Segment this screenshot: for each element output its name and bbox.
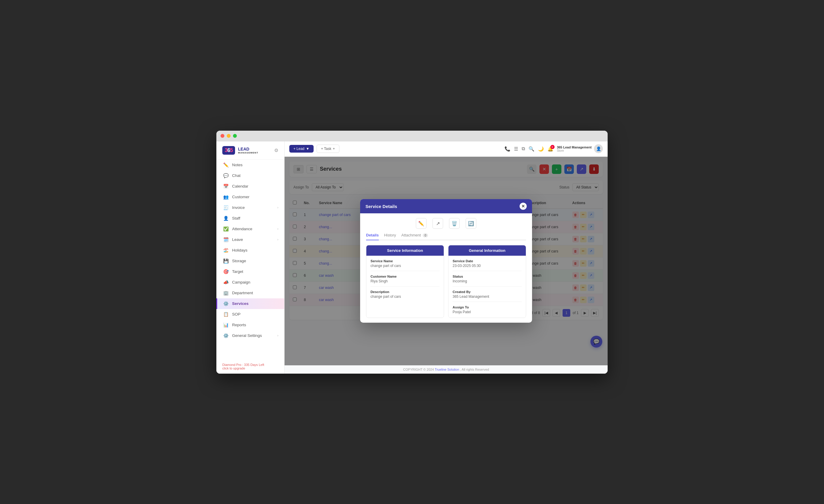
close-btn[interactable] xyxy=(220,134,224,138)
footer-link[interactable]: Trueline Solution xyxy=(435,368,459,371)
upgrade-subtext: click to upgrade xyxy=(222,367,278,370)
sidebar-items: ✏️ Notes 💬 Chat 📅 Calendar 👥 Customer 🧾 xyxy=(216,160,284,341)
minimize-btn[interactable] xyxy=(227,134,231,138)
chevron-icon: › xyxy=(278,238,278,241)
sidebar-item-label: Department xyxy=(232,291,253,295)
status-field: Status Incoming xyxy=(452,275,522,286)
sidebar-item-calendar[interactable]: 📅 Calendar xyxy=(216,181,284,192)
lead-button[interactable]: + Lead ▼ xyxy=(289,145,314,153)
general-info-header: General Information xyxy=(448,245,526,256)
search-icon[interactable]: 🔍 xyxy=(528,146,534,152)
page-content: ⊞ ☰ Services 🔍 ✕ + 📅 ↗ ⬇ Assign To All A… xyxy=(285,157,608,365)
modal-info-grid: Service Information Service Name change … xyxy=(366,245,526,318)
modal-header: Service Details ✕ xyxy=(360,199,532,213)
sidebar-item-label: Reports xyxy=(232,323,246,327)
sidebar-item-reports[interactable]: 📊 Reports xyxy=(216,320,284,330)
sidebar-item-customer[interactable]: 👥 Customer xyxy=(216,192,284,203)
sidebar-item-invoice[interactable]: 🧾 Invoice › xyxy=(216,203,284,213)
general-info-body: Service Date 23-03-2025 05:30 Status Inc… xyxy=(448,256,526,318)
modal-edit-btn[interactable]: ✏️ xyxy=(416,218,426,229)
task-button[interactable]: + Task + xyxy=(317,145,339,153)
footer: COPYRIGHT © 2024 Trueline Solution , All… xyxy=(285,365,608,374)
sidebar-item-leave[interactable]: 🗓️ Leave › xyxy=(216,234,284,245)
app-layout: 365 LEAD MANAGEMENT ⚙ ✏️ Notes 💬 Chat xyxy=(216,141,608,374)
sidebar-item-label: General Settings xyxy=(232,333,262,338)
modal-body: ✏️ ↗ 🗑️ 🔄 Details xyxy=(360,213,532,323)
user-name: 365 Lead Management xyxy=(557,145,592,149)
service-info-card: Service Information Service Name change … xyxy=(366,245,444,318)
attachment-badge: 0 xyxy=(423,234,428,237)
upgrade-prompt[interactable]: Diamond Pro : 335 Days Left click to upg… xyxy=(216,359,284,374)
sidebar-item-chat[interactable]: 💬 Chat xyxy=(216,170,284,181)
sidebar-item-target[interactable]: 🎯 Target xyxy=(216,266,284,277)
sidebar-item-staff[interactable]: 👤 Staff xyxy=(216,213,284,224)
filter-icon: ▼ xyxy=(306,147,309,151)
attendance-icon: ✅ xyxy=(223,226,228,232)
modal-tab-history[interactable]: History xyxy=(384,233,396,240)
services-icon: ⚙️ xyxy=(223,301,228,306)
invoice-icon: 🧾 xyxy=(223,205,228,210)
sop-icon: 📋 xyxy=(223,312,228,317)
modal-delete-btn[interactable]: 🗑️ xyxy=(449,218,460,229)
copy-icon[interactable]: ⧉ xyxy=(522,146,525,151)
modal-tabs: Details History Attachment 0 xyxy=(366,233,526,240)
sidebar-item-label: Attendance xyxy=(232,227,252,231)
sidebar-item-label: Services xyxy=(232,301,249,306)
sidebar-item-services[interactable]: ⚙️ Services xyxy=(216,298,284,309)
top-nav: + Lead ▼ + Task + 📞 ☰ ⧉ 🔍 🌙 🔔 0 xyxy=(285,141,608,157)
sidebar-item-notes[interactable]: ✏️ Notes xyxy=(216,160,284,170)
assign-to-field: Assign To Pooja Patel xyxy=(452,305,522,314)
service-details-modal: Service Details ✕ ✏️ ↗ 🗑️ 🔄 xyxy=(360,199,532,323)
moon-icon[interactable]: 🌙 xyxy=(538,146,544,152)
sidebar-item-label: Notes xyxy=(232,163,242,167)
campaign-icon: 📣 xyxy=(223,280,228,285)
phone-icon[interactable]: 📞 xyxy=(505,146,510,152)
user-info: 365 Lead Management Store 👤 xyxy=(557,144,603,153)
service-date-field: Service Date 23-03-2025 05:30 xyxy=(452,259,522,271)
user-sub: Store xyxy=(557,149,592,152)
modal-refresh-btn[interactable]: 🔄 xyxy=(466,218,476,229)
modal-tab-details[interactable]: Details xyxy=(366,233,379,240)
modal-title: Service Details xyxy=(366,204,397,209)
mac-window: 365 LEAD MANAGEMENT ⚙ ✏️ Notes 💬 Chat xyxy=(216,131,608,374)
notification-badge[interactable]: 🔔 0 xyxy=(547,146,553,152)
settings-icon: ⚙️ xyxy=(223,333,228,338)
task-btn-label: + Task xyxy=(321,147,331,151)
maximize-btn[interactable] xyxy=(233,134,237,138)
add-icon: + xyxy=(333,147,335,151)
modal-share-btn[interactable]: ↗ xyxy=(432,218,443,229)
mac-titlebar xyxy=(216,131,608,141)
sidebar-item-label: Holidays xyxy=(232,248,247,252)
sidebar-item-label: Campaign xyxy=(232,280,250,284)
sidebar-item-department[interactable]: 🏢 Department xyxy=(216,288,284,298)
sidebar: 365 LEAD MANAGEMENT ⚙ ✏️ Notes 💬 Chat xyxy=(216,141,285,374)
holidays-icon: 🏖️ xyxy=(223,248,228,253)
badge-count: 0 xyxy=(550,145,554,149)
reports-icon: 📊 xyxy=(223,323,228,328)
sidebar-item-label: Customer xyxy=(232,195,249,199)
general-info-card: General Information Service Date 23-03-2… xyxy=(448,245,526,318)
user-avatar[interactable]: 👤 xyxy=(594,144,603,153)
service-info-body: Service Name change part of cars Custome… xyxy=(367,256,444,302)
sidebar-item-label: Leave xyxy=(232,237,243,242)
sidebar-item-label: Chat xyxy=(232,173,241,178)
sidebar-item-storage[interactable]: 💾 Storage xyxy=(216,256,284,266)
modal-tab-attachment[interactable]: Attachment 0 xyxy=(401,233,428,240)
lead-btn-label: + Lead xyxy=(293,147,304,151)
sidebar-item-label: Target xyxy=(232,269,243,274)
sidebar-item-holidays[interactable]: 🏖️ Holidays xyxy=(216,245,284,256)
modal-action-icons: ✏️ ↗ 🗑️ 🔄 xyxy=(366,218,526,229)
sidebar-item-general-settings[interactable]: ⚙️ General Settings › xyxy=(216,330,284,341)
footer-text: COPYRIGHT © 2024 xyxy=(403,368,435,371)
sidebar-item-attendance[interactable]: ✅ Attendance › xyxy=(216,224,284,234)
chevron-icon: › xyxy=(278,206,278,209)
staff-icon: 👤 xyxy=(223,216,228,221)
list-icon[interactable]: ☰ xyxy=(514,146,518,152)
service-name-field: Service Name change part of cars xyxy=(371,259,439,271)
gear-icon[interactable]: ⚙ xyxy=(274,147,278,153)
sidebar-item-label: Invoice xyxy=(232,205,245,210)
sidebar-item-sop[interactable]: 📋 SOP xyxy=(216,309,284,320)
sidebar-item-campaign[interactable]: 📣 Campaign xyxy=(216,277,284,288)
notes-icon: ✏️ xyxy=(223,162,228,168)
modal-close-button[interactable]: ✕ xyxy=(520,203,527,210)
